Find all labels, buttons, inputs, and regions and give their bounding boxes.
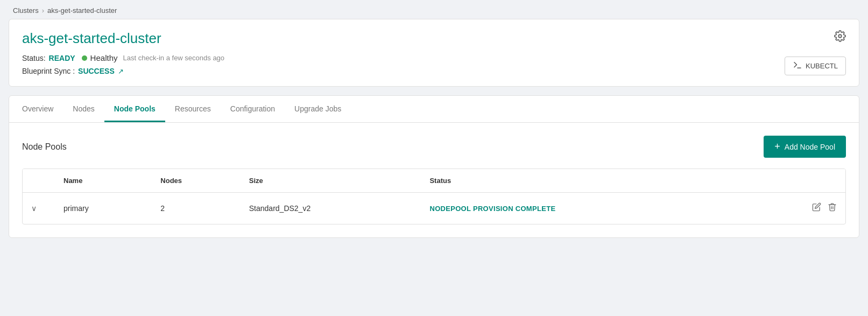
checkin-text: Last check-in a few seconds ago (123, 54, 224, 62)
health-dot-icon (82, 55, 87, 61)
blueprint-row: Blueprint Sync : SUCCESS ↗ (22, 67, 846, 75)
status-row: Status: READY Healthy Last check-in a fe… (22, 53, 846, 62)
settings-button[interactable] (834, 30, 846, 45)
col-nodes: Nodes (152, 169, 240, 193)
breadcrumb-current: aks-get-started-cluster (47, 6, 117, 15)
col-expand (23, 169, 55, 193)
tab-nodes[interactable]: Nodes (63, 96, 104, 122)
blueprint-value: SUCCESS (78, 67, 115, 75)
blueprint-label: Blueprint Sync : (22, 67, 75, 75)
table-row: ∨ primary 2 Standard_DS2_v2 NODEPOOL PRO… (23, 193, 845, 224)
delete-icon[interactable] (828, 202, 837, 214)
terminal-icon (793, 60, 802, 72)
col-status: Status (421, 169, 749, 193)
add-node-pool-button[interactable]: + Add Node Pool (764, 136, 846, 158)
kubectl-label: KUBECTL (806, 62, 838, 70)
health-text: Healthy (90, 53, 118, 62)
tab-node-pools[interactable]: Node Pools (104, 96, 165, 122)
cluster-title: aks-get-started-cluster (22, 30, 846, 47)
edit-icon[interactable] (812, 202, 821, 214)
tabs-bar: Overview Nodes Node Pools Resources Conf… (9, 96, 859, 123)
section-title: Node Pools (22, 142, 67, 152)
col-size: Size (241, 169, 421, 193)
breadcrumb: Clusters › aks-get-started-cluster (0, 0, 868, 19)
content-area: Node Pools + Add Node Pool Name Nodes Si… (9, 123, 859, 237)
status-label: Status: (22, 54, 46, 62)
kubectl-button[interactable]: KUBECTL (785, 57, 846, 75)
col-actions (749, 169, 845, 193)
tab-overview[interactable]: Overview (22, 96, 63, 122)
plus-icon: + (774, 141, 780, 152)
main-card: Overview Nodes Node Pools Resources Conf… (9, 95, 859, 238)
section-header: Node Pools + Add Node Pool (22, 136, 846, 158)
col-name: Name (55, 169, 152, 193)
tab-configuration[interactable]: Configuration (221, 96, 285, 122)
node-pools-table: Name Nodes Size Status ∨ primary 2 (22, 168, 846, 224)
pool-nodes: 2 (152, 193, 240, 224)
pool-name: primary (55, 193, 152, 224)
tab-resources[interactable]: Resources (165, 96, 221, 122)
pool-size: Standard_DS2_v2 (241, 193, 421, 224)
external-link-icon[interactable]: ↗ (118, 67, 124, 75)
expand-chevron-icon[interactable]: ∨ (31, 204, 37, 213)
breadcrumb-separator: › (42, 6, 44, 15)
pool-status: NODEPOOL PROVISION COMPLETE (429, 205, 555, 213)
breadcrumb-parent[interactable]: Clusters (13, 6, 39, 15)
row-actions (758, 202, 837, 214)
tab-upgrade-jobs[interactable]: Upgrade Jobs (285, 96, 351, 122)
svg-point-0 (838, 34, 842, 38)
status-value: READY (49, 54, 75, 62)
add-node-pool-label: Add Node Pool (785, 143, 835, 151)
expand-cell[interactable]: ∨ (23, 193, 55, 224)
header-card: aks-get-started-cluster Status: READY He… (9, 19, 859, 87)
